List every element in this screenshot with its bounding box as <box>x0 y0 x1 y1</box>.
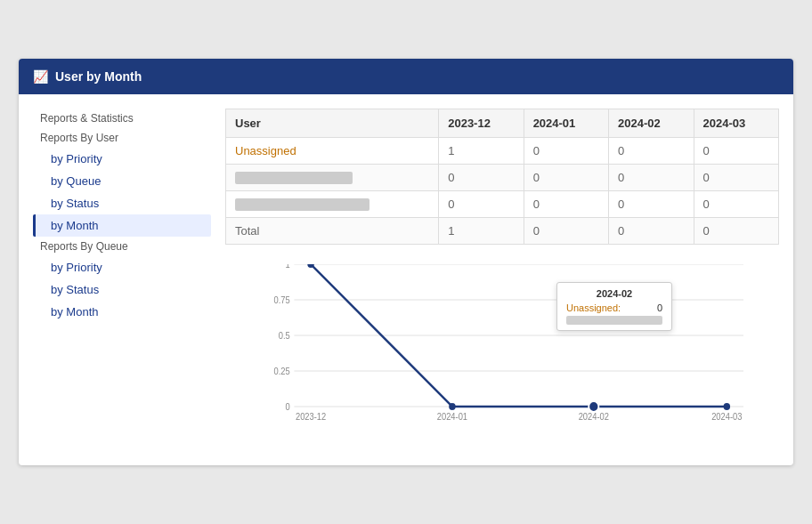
svg-text:0.25: 0.25 <box>274 367 290 376</box>
main-content: User 2023-12 2024-01 2024-02 2024-03 Una… <box>225 109 779 451</box>
table-row: Unassigned 1 0 0 0 <box>226 138 779 165</box>
cell-unassigned-2024-02[interactable]: 0 <box>609 138 694 165</box>
cell-total-2024-02: 0 <box>609 218 694 245</box>
sidebar-item-by-status-user[interactable]: by Status <box>33 192 211 214</box>
sidebar-item-by-status-queue[interactable]: by Status <box>33 278 211 301</box>
svg-text:2023-12: 2023-12 <box>296 412 326 422</box>
tooltip-blurred-row <box>566 316 662 325</box>
chart-container: 1 0.75 0.5 0.25 0 2023-12 2024-01 2024-0… <box>225 255 779 451</box>
col-2024-01: 2024-01 <box>524 109 608 138</box>
sidebar-item-by-month-user[interactable]: by Month <box>33 214 211 237</box>
sidebar-item-by-priority-queue[interactable]: by Priority <box>33 256 211 278</box>
cell-user1-2024-03[interactable]: 0 <box>694 165 779 191</box>
total-label: Total <box>226 218 439 245</box>
table-row-total: Total 1 0 0 0 <box>226 218 779 245</box>
user-blurred-1: ██████ ████ ███ <box>235 172 353 184</box>
tooltip-label: Unassigned: <box>566 302 621 313</box>
sidebar-item-by-queue[interactable]: by Queue <box>33 170 211 192</box>
header-bar: 📈 User by Month <box>19 59 793 94</box>
cell-user2-2024-03[interactable]: 0 <box>694 191 779 218</box>
sidebar: Reports & Statistics Reports By User by … <box>33 109 211 451</box>
reports-by-queue-title: Reports By Queue <box>33 237 211 256</box>
svg-text:0.5: 0.5 <box>279 331 290 341</box>
chart-icon: 📈 <box>33 69 48 84</box>
sidebar-item-by-month-queue[interactable]: by Month <box>33 301 211 323</box>
svg-text:2024-01: 2024-01 <box>437 412 467 422</box>
cell-user1-2024-02[interactable]: 0 <box>609 165 694 191</box>
header-title: User by Month <box>55 69 142 84</box>
cell-total-2024-01: 0 <box>524 218 608 245</box>
tooltip-date: 2024-02 <box>566 288 662 299</box>
col-2024-02: 2024-02 <box>609 109 694 138</box>
reports-by-user-title: Reports By User <box>33 128 211 148</box>
table-row: ████████ ████ ███ 0 0 0 0 <box>226 191 779 218</box>
content-area: Reports & Statistics Reports By User by … <box>19 94 793 465</box>
chart-tooltip: 2024-02 Unassigned: 0 <box>556 282 672 331</box>
svg-text:2024-02: 2024-02 <box>579 412 609 422</box>
table-row: ██████ ████ ███ 0 0 0 0 <box>226 165 779 191</box>
cell-user1-2024-01[interactable]: 0 <box>524 165 608 191</box>
tooltip-value: 0 <box>657 302 662 313</box>
cell-unassigned-2023-12[interactable]: 1 <box>439 138 524 165</box>
cell-unassigned-2024-03[interactable]: 0 <box>694 138 779 165</box>
cell-user2-2024-02[interactable]: 0 <box>609 191 694 218</box>
user-blurred-2: ████████ ████ ███ <box>235 198 369 211</box>
col-user: User <box>226 109 439 138</box>
cell-total-2024-03: 0 <box>694 218 779 245</box>
tooltip-unassigned-row: Unassigned: 0 <box>566 302 662 313</box>
svg-text:1: 1 <box>286 264 290 270</box>
cell-total-2023-12: 1 <box>439 218 524 245</box>
svg-text:0.75: 0.75 <box>274 295 290 305</box>
sidebar-item-by-priority-user[interactable]: by Priority <box>33 148 211 170</box>
data-point-2024-02[interactable] <box>589 401 598 412</box>
main-container: 📈 User by Month Reports & Statistics Rep… <box>19 59 793 465</box>
data-point-2024-01 <box>449 403 455 410</box>
col-2024-03: 2024-03 <box>694 109 779 138</box>
svg-text:0: 0 <box>286 402 290 412</box>
cell-user2-2024-01[interactable]: 0 <box>524 191 608 218</box>
reports-statistics-title: Reports & Statistics <box>33 109 211 128</box>
data-table: User 2023-12 2024-01 2024-02 2024-03 Una… <box>225 109 779 245</box>
cell-user1-2023-12[interactable]: 0 <box>439 165 524 191</box>
data-point-2024-03 <box>724 403 730 410</box>
col-2023-12: 2023-12 <box>439 109 524 138</box>
cell-unassigned-2024-01[interactable]: 0 <box>524 138 608 165</box>
cell-user2-2023-12[interactable]: 0 <box>439 191 524 218</box>
svg-text:2024-03: 2024-03 <box>711 412 742 422</box>
user-unassigned-link[interactable]: Unassigned <box>235 144 296 157</box>
